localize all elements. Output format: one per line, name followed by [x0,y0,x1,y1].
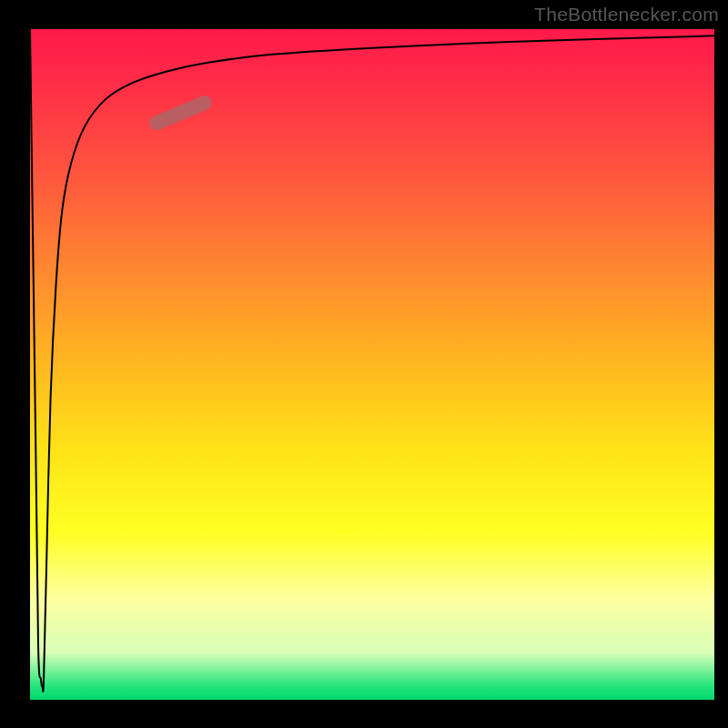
chart-svg [30,29,714,700]
plot-area [30,29,714,700]
bottleneck-curve [30,29,714,692]
highlight-segment [157,103,205,123]
watermark-text: TheBottlenecker.com [534,4,719,25]
